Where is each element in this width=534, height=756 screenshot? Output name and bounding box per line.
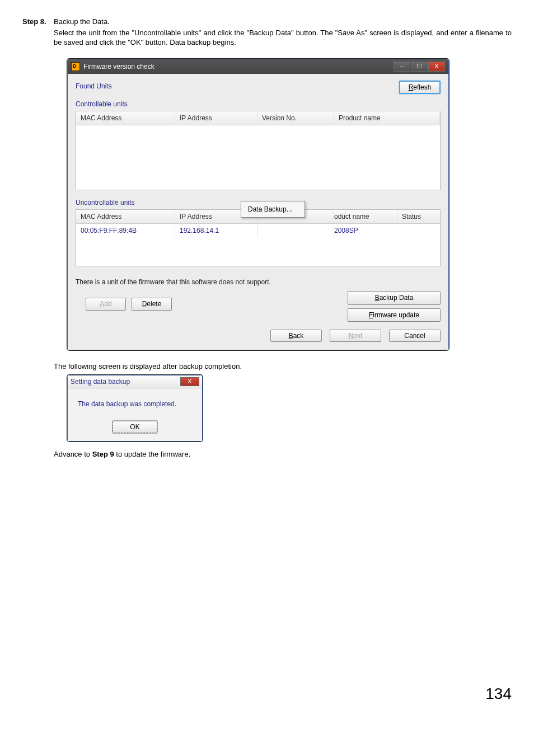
maximize-button[interactable]: ☐ [411, 62, 428, 72]
dialog-close-button[interactable]: X [180, 377, 199, 386]
cell-status [397, 224, 440, 237]
reflesh-button[interactable]: Reflesh [399, 81, 441, 94]
dialog-titlebar: Setting data backup X [68, 375, 202, 388]
step-line1: Backup the Data. [54, 17, 110, 26]
after-backup-text: The following screen is displayed after … [54, 361, 512, 372]
menu-data-backup[interactable]: Data Backup... [242, 203, 303, 216]
controllable-label: Controllable units [76, 100, 441, 109]
close-button[interactable]: X [428, 62, 445, 72]
controllable-table[interactable]: MAC Address IP Address Version No. Produ… [76, 111, 441, 190]
firmware-update-button[interactable]: Firmware update [348, 308, 441, 322]
backup-data-button[interactable]: Backup Data [348, 291, 441, 304]
found-units-label: Found Units [76, 82, 112, 91]
table-row[interactable]: 00:05:F9:FF:89:4B 192.168.14.1 2008SP [76, 224, 440, 237]
next-button[interactable]: Next [330, 330, 381, 342]
add-button[interactable]: Add [86, 298, 126, 310]
page-number: 134 [22, 683, 512, 705]
col-product-2[interactable]: oduct name [334, 210, 397, 223]
col-product[interactable]: Product name [334, 111, 440, 125]
cell-mac: 00:05:F9:FF:89:4B [76, 224, 175, 237]
delete-button[interactable]: Delete [132, 298, 172, 310]
back-button[interactable]: Back [270, 330, 322, 342]
col-mac[interactable]: MAC Address [76, 111, 175, 125]
firmware-window: Firmware version check – ☐ X Found Units… [67, 59, 449, 350]
uncontrollable-table[interactable]: MAC Address IP Address oduct name Status… [76, 209, 441, 266]
window-title: Firmware version check [83, 62, 394, 71]
dialog-title: Setting data backup [71, 377, 180, 386]
step-label: Step 8. [22, 17, 54, 27]
app-icon [71, 62, 80, 71]
col-status[interactable]: Status [397, 210, 440, 223]
cancel-button[interactable]: Cancel [389, 330, 441, 342]
dialog-ok-button[interactable]: OK [113, 421, 157, 433]
titlebar: Firmware version check – ☐ X [68, 59, 448, 74]
completion-dialog: Setting data backup X The data backup wa… [67, 375, 203, 442]
cell-ip: 192.168.14.1 [175, 224, 257, 237]
cell-prod: 2008SP [334, 224, 397, 237]
col-ip[interactable]: IP Address [175, 111, 257, 125]
advance-text: Advance to Step 9 to update the firmware… [54, 449, 512, 459]
window-controls: – ☐ X [394, 62, 445, 72]
dialog-message: The data backup was completed. [68, 388, 202, 417]
firmware-note: There is a unit of the firmware that thi… [76, 278, 441, 287]
step-paragraph: Select the unit from the "Uncontrollable… [54, 28, 512, 48]
cell-ver [257, 224, 334, 237]
col-mac-2[interactable]: MAC Address [76, 210, 175, 223]
controllable-header: MAC Address IP Address Version No. Produ… [76, 111, 440, 125]
minimize-button[interactable]: – [394, 62, 410, 72]
context-menu: Data Backup... [241, 201, 305, 218]
col-version[interactable]: Version No. [257, 111, 334, 125]
